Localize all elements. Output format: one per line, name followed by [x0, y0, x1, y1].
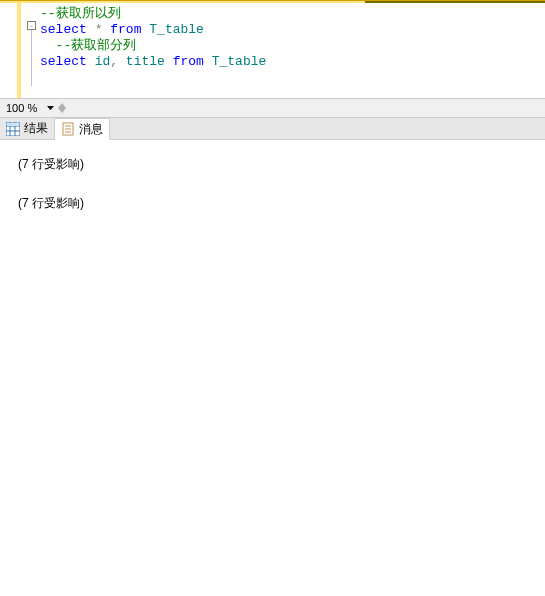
code-line-3: --获取部分列: [40, 38, 545, 54]
zoom-dropdown[interactable]: [45, 101, 55, 115]
tab-results[interactable]: 结果: [0, 118, 55, 139]
tab-results-label: 结果: [24, 120, 48, 137]
chevron-down-icon: [58, 108, 66, 113]
zoom-bar: 100 %: [0, 98, 545, 118]
zoom-level: 100 %: [2, 102, 41, 114]
sql-editor[interactable]: - --获取所以列 select * from T_table --获取部分列 …: [0, 0, 545, 98]
chevron-down-icon: [47, 106, 54, 110]
messages-panel[interactable]: (7 行受影响) (7 行受影响): [0, 140, 545, 596]
fold-toggle[interactable]: -: [27, 21, 36, 30]
highlight-bar: [0, 0, 545, 3]
code-line-4: select id, title from T_table: [40, 54, 545, 70]
grid-icon: [6, 122, 20, 136]
tab-messages[interactable]: 消息: [55, 118, 110, 140]
fold-line: [31, 30, 32, 86]
change-marker: [17, 3, 21, 98]
svg-rect-5: [7, 123, 19, 126]
code-content[interactable]: --获取所以列 select * from T_table --获取部分列 se…: [40, 6, 545, 70]
tab-messages-label: 消息: [79, 121, 103, 138]
editor-gutter: [0, 3, 27, 98]
zoom-nav-arrows[interactable]: [58, 103, 66, 113]
document-icon: [61, 122, 75, 136]
message-row: (7 行受影响): [18, 156, 527, 173]
code-line-1: --获取所以列: [40, 6, 545, 22]
result-tabs: 结果 消息: [0, 118, 545, 140]
message-row: (7 行受影响): [18, 195, 527, 212]
code-line-2: select * from T_table: [40, 22, 545, 38]
